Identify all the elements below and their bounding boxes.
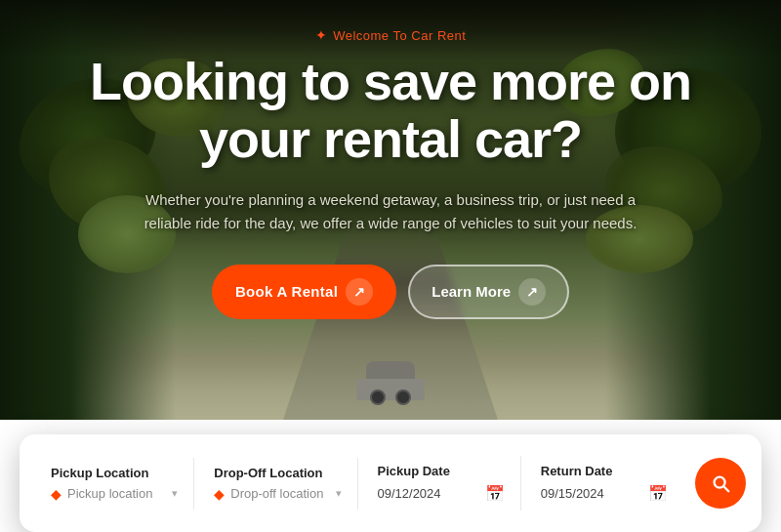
pickup-dot-icon: ◆ [51, 486, 62, 502]
welcome-text: Welcome To Car Rent [333, 28, 466, 43]
learn-more-button[interactable]: Learn More ↗ [408, 265, 569, 319]
hero-title-line2: your rental car? [199, 109, 582, 168]
pickup-location-field[interactable]: Pickup Location ◆ Pickup location ▾ [35, 458, 194, 510]
return-date-label: Return Date [541, 464, 668, 478]
book-arrow-icon: ↗ [346, 278, 373, 306]
book-rental-button[interactable]: Book A Rental ↗ [212, 265, 396, 319]
search-icon [710, 472, 731, 494]
learn-arrow-icon: ↗ [518, 278, 546, 306]
pickup-date-label: Pickup Date [378, 464, 505, 478]
star-icon: ✦ [315, 27, 328, 43]
book-rental-label: Book A Rental [235, 283, 338, 300]
dropoff-location-field[interactable]: Drop-Off Location ◆ Drop-off location ▾ [198, 458, 357, 510]
dropoff-location-placeholder: Drop-off location [230, 486, 329, 501]
pickup-date-field[interactable]: Pickup Date 09/12/2024 📅 [362, 456, 521, 511]
search-bar: Pickup Location ◆ Pickup location ▾ Drop… [20, 434, 761, 532]
pickup-date-value: 09/12/2024 [378, 486, 479, 501]
pickup-chevron-icon: ▾ [172, 487, 178, 500]
welcome-badge: ✦ Welcome To Car Rent [315, 27, 467, 43]
hero-title-line1: Looking to save more on [90, 52, 691, 110]
dropoff-dot-icon: ◆ [214, 486, 225, 502]
hero-subtitle: Whether you're planning a weekend getawa… [137, 188, 644, 235]
pickup-location-label: Pickup Location [51, 466, 178, 480]
dropoff-chevron-icon: ▾ [336, 487, 342, 500]
pickup-location-placeholder: Pickup location [67, 486, 166, 501]
pickup-date-input[interactable]: 09/12/2024 📅 [378, 484, 505, 503]
return-date-input[interactable]: 09/15/2024 📅 [541, 484, 668, 503]
dropoff-location-label: Drop-Off Location [214, 466, 341, 480]
return-calendar-icon: 📅 [648, 484, 668, 503]
hero-buttons: Book A Rental ↗ Learn More ↗ [212, 265, 569, 319]
return-date-field[interactable]: Return Date 09/15/2024 📅 [525, 456, 683, 511]
hero-title: Looking to save more on your rental car? [90, 53, 691, 169]
return-date-value: 09/15/2024 [541, 486, 642, 501]
pickup-calendar-icon: 📅 [485, 484, 505, 503]
pickup-location-input[interactable]: ◆ Pickup location ▾ [51, 486, 178, 502]
hero-content: ✦ Welcome To Car Rent Looking to save mo… [0, 0, 781, 420]
learn-more-label: Learn More [432, 283, 511, 300]
search-button[interactable] [695, 458, 746, 509]
dropoff-location-input[interactable]: ◆ Drop-off location ▾ [214, 486, 341, 502]
